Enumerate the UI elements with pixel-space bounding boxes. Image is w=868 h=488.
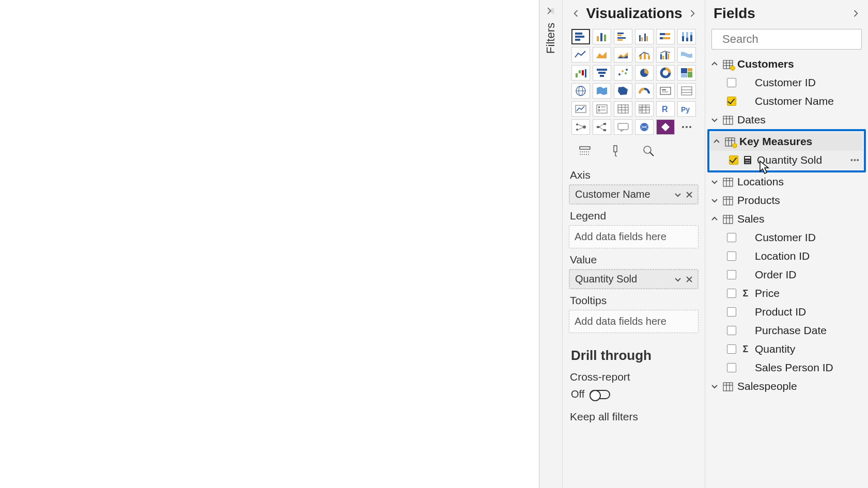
stacked-area-chart-icon[interactable] [614,47,632,62]
checkbox-icon[interactable] [727,233,736,242]
line-clustered-column-icon[interactable] [656,47,675,62]
checkbox-checked-icon[interactable] [729,155,738,165]
fields-search[interactable] [711,29,862,50]
collapse-right-icon[interactable] [687,8,698,19]
kpi-icon[interactable] [571,101,590,117]
qa-visual-icon[interactable] [614,119,632,135]
table-dates[interactable]: Dates [708,111,865,129]
fields-tab-icon[interactable] [576,143,594,159]
svg-rect-45 [688,68,692,71]
svg-rect-23 [690,32,692,35]
format-tab-icon[interactable] [608,143,626,159]
field-customer-id[interactable]: Customer ID [708,73,865,92]
chevron-down-icon[interactable] [673,190,683,200]
table-key-measures[interactable]: Key Measures [710,132,863,151]
checkbox-icon[interactable] [727,344,736,354]
map-icon[interactable] [571,83,590,99]
report-canvas[interactable] [0,0,539,488]
svg-line-80 [578,124,583,127]
remove-field-icon[interactable] [684,274,694,285]
remove-field-icon[interactable] [684,190,694,200]
waterfall-chart-icon[interactable] [571,65,590,81]
hundred-stacked-bar-icon[interactable] [656,29,675,44]
field-sales-quantity[interactable]: ΣQuantity [708,340,865,358]
field-sales-product-id[interactable]: Product ID [708,303,865,321]
field-sales-location-id[interactable]: Location ID [708,247,865,265]
analytics-tab-icon[interactable] [640,143,658,159]
filled-map-icon[interactable] [593,83,611,99]
field-customer-name[interactable]: Customer Name [708,92,865,111]
power-apps-icon[interactable] [656,119,675,135]
chevron-down-icon[interactable] [673,274,683,285]
key-influencers-icon[interactable] [571,119,590,135]
line-stacked-column-icon[interactable] [635,47,654,62]
multi-row-card-icon[interactable] [677,83,696,99]
funnel-chart-icon[interactable] [593,65,611,81]
legend-well[interactable]: Add data fields here [569,225,699,248]
svg-rect-1 [575,36,584,38]
gauge-icon[interactable] [635,83,654,99]
matrix-icon[interactable] [635,101,654,117]
clustered-bar-chart-icon[interactable] [614,29,632,44]
axis-field-item[interactable]: Customer Name [569,185,698,204]
axis-well[interactable]: Customer Name [569,184,699,204]
chevron-down-icon [710,116,719,124]
fields-tree: Customers Customer ID Customer Name Date… [705,54,868,396]
collapse-left-icon[interactable] [571,8,581,19]
more-visuals-icon[interactable] [677,119,696,135]
hundred-stacked-column-icon[interactable] [677,29,696,44]
decomposition-tree-icon[interactable] [593,119,611,135]
clustered-column-chart-icon[interactable] [635,29,654,44]
value-field-item[interactable]: Quantity Sold [569,270,698,289]
card-icon[interactable] [656,83,675,99]
search-input[interactable] [722,33,864,46]
checkbox-icon[interactable] [727,251,736,261]
ribbon-chart-icon[interactable] [677,47,696,62]
arcgis-map-icon[interactable] [635,119,654,135]
field-sales-customer-id[interactable]: Customer ID [708,228,865,247]
table-customers[interactable]: Customers [708,55,865,73]
checkbox-icon[interactable] [727,270,736,279]
field-quantity-sold[interactable]: Quantity Sold ••• [710,151,863,169]
python-visual-icon[interactable]: Py [677,101,696,117]
checkbox-checked-icon[interactable] [727,97,736,106]
field-sales-person-id[interactable]: Sales Person ID [708,358,865,377]
collapse-right-icon[interactable] [850,8,861,19]
stacked-column-chart-icon[interactable] [593,29,611,44]
checkbox-icon[interactable] [727,307,736,317]
area-chart-icon[interactable] [593,47,611,62]
svg-rect-61 [598,109,600,111]
shape-map-icon[interactable] [614,83,632,99]
checkbox-icon[interactable] [727,363,736,372]
checkbox-icon[interactable] [727,78,736,87]
stacked-bar-chart-icon[interactable] [571,29,590,44]
field-sales-purchase-date[interactable]: Purchase Date [708,321,865,340]
field-sales-order-id[interactable]: Order ID [708,265,865,284]
field-more-icon[interactable]: ••• [850,156,861,164]
table-locations[interactable]: Locations [708,172,865,191]
r-script-visual-icon[interactable]: R [656,101,675,117]
cross-report-toggle[interactable] [590,390,610,399]
value-well[interactable]: Quantity Sold [569,269,699,289]
slicer-icon[interactable] [593,101,611,117]
checkbox-icon[interactable] [727,326,736,335]
legend-placeholder: Add data fields here [569,226,698,248]
svg-rect-3 [597,36,599,41]
filters-pane-collapsed[interactable]: Filters [539,0,563,488]
table-salespeople[interactable]: Salespeople [708,377,865,396]
tooltips-well[interactable]: Add data fields here [569,310,699,333]
svg-line-97 [650,152,654,156]
table-products[interactable]: Products [708,191,865,210]
donut-chart-icon[interactable] [656,65,675,81]
sigma-icon: Σ [741,288,750,299]
field-sales-price[interactable]: ΣPrice [708,284,865,303]
field-wells: Axis Customer Name Legend Add data field… [563,164,705,426]
treemap-icon[interactable] [677,65,696,81]
table-icon[interactable] [614,101,632,117]
table-sales[interactable]: Sales [708,210,865,228]
checkbox-icon[interactable] [727,289,736,298]
svg-rect-30 [668,54,669,59]
line-chart-icon[interactable] [571,47,590,62]
pie-chart-icon[interactable] [635,65,654,81]
scatter-chart-icon[interactable] [614,65,632,81]
